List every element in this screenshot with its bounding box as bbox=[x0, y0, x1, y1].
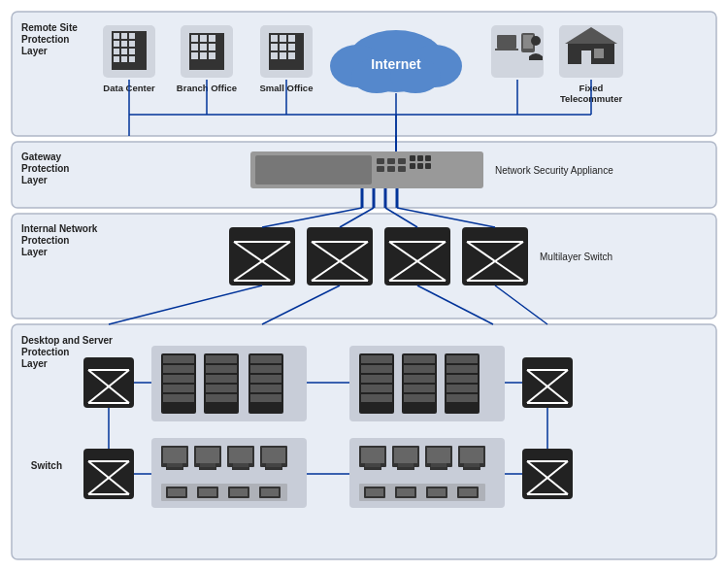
svg-rect-33 bbox=[280, 35, 286, 42]
svg-rect-11 bbox=[129, 33, 135, 39]
svg-rect-109 bbox=[163, 394, 194, 402]
svg-rect-69 bbox=[410, 155, 415, 161]
svg-rect-70 bbox=[417, 155, 423, 161]
svg-rect-19 bbox=[121, 56, 127, 62]
svg-rect-40 bbox=[288, 52, 295, 59]
appliance-label: Network Security Appliance bbox=[495, 165, 613, 176]
svg-rect-27 bbox=[209, 44, 215, 50]
svg-rect-38 bbox=[271, 52, 278, 59]
svg-rect-73 bbox=[417, 163, 423, 169]
svg-rect-133 bbox=[404, 394, 435, 402]
multilayer-switch-label: Multilayer Switch bbox=[540, 252, 612, 262]
svg-rect-39 bbox=[280, 52, 286, 59]
svg-rect-176 bbox=[364, 467, 381, 470]
svg-rect-137 bbox=[447, 375, 478, 383]
svg-rect-121 bbox=[250, 394, 281, 402]
svg-rect-22 bbox=[191, 35, 198, 42]
svg-rect-153 bbox=[196, 448, 219, 463]
svg-rect-184 bbox=[430, 467, 447, 470]
svg-rect-53 bbox=[594, 49, 604, 58]
svg-rect-162 bbox=[266, 463, 281, 467]
svg-rect-170 bbox=[230, 488, 248, 496]
svg-rect-65 bbox=[398, 158, 406, 164]
svg-text:Layer: Layer bbox=[21, 175, 48, 185]
svg-rect-13 bbox=[121, 41, 127, 47]
svg-rect-136 bbox=[447, 365, 478, 373]
svg-rect-113 bbox=[206, 375, 237, 383]
svg-rect-123 bbox=[361, 355, 392, 363]
svg-rect-139 bbox=[447, 394, 478, 402]
svg-rect-129 bbox=[404, 355, 435, 363]
svg-point-49 bbox=[531, 36, 541, 46]
svg-rect-63 bbox=[377, 158, 384, 164]
svg-rect-10 bbox=[121, 33, 127, 39]
svg-text:Layer: Layer bbox=[21, 46, 48, 56]
layer3-label: Internal Network bbox=[21, 223, 98, 234]
svg-rect-118 bbox=[250, 365, 281, 373]
svg-rect-34 bbox=[288, 35, 295, 42]
svg-rect-18 bbox=[114, 56, 119, 62]
svg-rect-179 bbox=[398, 463, 414, 467]
svg-rect-30 bbox=[209, 52, 215, 59]
svg-rect-124 bbox=[361, 365, 392, 373]
svg-rect-125 bbox=[361, 375, 392, 383]
svg-text:Protection: Protection bbox=[21, 347, 69, 357]
svg-rect-191 bbox=[366, 488, 383, 496]
svg-rect-157 bbox=[229, 448, 252, 463]
svg-rect-46 bbox=[495, 49, 518, 50]
svg-rect-193 bbox=[397, 488, 414, 496]
internet-label: Internet bbox=[371, 56, 421, 72]
svg-rect-175 bbox=[365, 463, 381, 467]
svg-rect-66 bbox=[377, 166, 384, 172]
svg-rect-29 bbox=[200, 52, 207, 59]
svg-rect-14 bbox=[129, 41, 135, 47]
svg-rect-28 bbox=[191, 52, 198, 59]
svg-rect-188 bbox=[463, 467, 480, 470]
svg-rect-20 bbox=[129, 56, 135, 62]
svg-rect-67 bbox=[387, 166, 395, 172]
svg-rect-197 bbox=[459, 488, 477, 496]
svg-rect-37 bbox=[288, 44, 295, 50]
svg-rect-127 bbox=[361, 394, 392, 402]
svg-rect-45 bbox=[497, 35, 516, 49]
layer1-label: Remote Site bbox=[21, 22, 78, 33]
svg-rect-72 bbox=[410, 163, 415, 169]
svg-text:Protection: Protection bbox=[21, 34, 69, 45]
svg-rect-111 bbox=[206, 355, 237, 363]
svg-rect-138 bbox=[447, 385, 478, 392]
svg-rect-105 bbox=[163, 355, 194, 363]
svg-text:Protection: Protection bbox=[21, 235, 69, 246]
mobile-icon-bg bbox=[491, 25, 544, 78]
svg-rect-74 bbox=[425, 163, 431, 169]
svg-rect-26 bbox=[200, 44, 207, 50]
svg-rect-168 bbox=[199, 488, 216, 496]
svg-rect-9 bbox=[114, 33, 119, 39]
svg-rect-150 bbox=[167, 463, 182, 467]
svg-rect-62 bbox=[255, 155, 372, 185]
svg-rect-117 bbox=[250, 355, 281, 363]
svg-rect-180 bbox=[397, 467, 414, 470]
svg-rect-195 bbox=[428, 488, 446, 496]
svg-rect-183 bbox=[431, 463, 447, 467]
svg-rect-174 bbox=[361, 448, 384, 463]
network-diagram: Remote Site Protection Layer Gateway Pro… bbox=[0, 0, 728, 571]
svg-rect-32 bbox=[271, 35, 278, 42]
svg-rect-151 bbox=[166, 467, 183, 470]
svg-rect-108 bbox=[163, 385, 194, 392]
svg-rect-161 bbox=[262, 448, 285, 463]
svg-rect-112 bbox=[206, 365, 237, 373]
svg-rect-126 bbox=[361, 385, 392, 392]
svg-text:Layer: Layer bbox=[21, 358, 48, 369]
svg-rect-64 bbox=[387, 158, 395, 164]
svg-rect-25 bbox=[191, 44, 198, 50]
svg-rect-12 bbox=[114, 41, 119, 47]
svg-rect-130 bbox=[404, 365, 435, 373]
svg-rect-23 bbox=[200, 35, 207, 42]
svg-rect-119 bbox=[250, 375, 281, 383]
svg-rect-166 bbox=[168, 488, 185, 496]
svg-rect-36 bbox=[280, 44, 286, 50]
svg-rect-24 bbox=[209, 35, 215, 42]
svg-rect-71 bbox=[425, 155, 431, 161]
switch-label: Switch bbox=[31, 460, 62, 471]
svg-rect-182 bbox=[427, 448, 450, 463]
